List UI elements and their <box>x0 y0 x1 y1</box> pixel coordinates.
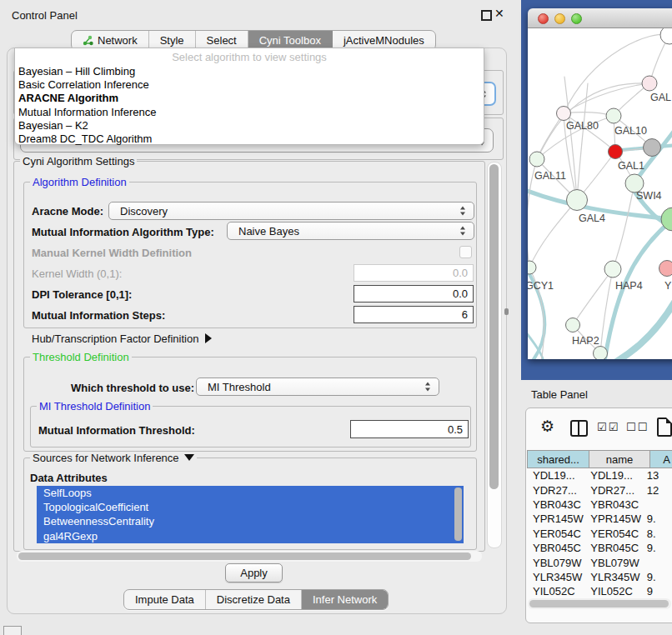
table-row[interactable]: YIL052CYIL052C9 <box>527 584 672 598</box>
attributes-scrollbar-thumb[interactable] <box>454 488 462 541</box>
close-window-icon[interactable] <box>538 13 549 24</box>
close-panel-icon[interactable]: ✕ <box>494 7 504 20</box>
network-edge[interactable] <box>564 83 649 113</box>
network-node[interactable] <box>642 76 657 91</box>
table-row[interactable]: YBR043CYBR043C <box>527 498 672 512</box>
table-cell: YBR043C <box>527 498 584 511</box>
table-row[interactable]: YBL079WYBL079W <box>527 555 672 569</box>
table-cell: YLR345W <box>584 571 640 583</box>
algorithm-option[interactable]: Bayesian – K2 <box>15 119 484 132</box>
network-node-label: HAP4 <box>615 280 643 292</box>
grid-corner-icon[interactable] <box>3 626 22 635</box>
gear-icon[interactable]: ⚙ <box>540 417 554 436</box>
table-panel-title: Table Panel <box>531 388 588 401</box>
hub-section-toggle[interactable]: Hub/Transcription Factor Definition <box>32 332 212 345</box>
attribute-item[interactable]: TopologicalCoefficient <box>37 500 464 514</box>
network-node[interactable] <box>644 139 661 157</box>
settings-scrollbar-thumb[interactable] <box>489 164 499 489</box>
column-header-third[interactable]: A <box>650 450 672 468</box>
network-node[interactable] <box>609 145 623 159</box>
network-node[interactable] <box>528 261 536 274</box>
network-node[interactable] <box>604 261 621 278</box>
export-table-icon[interactable] <box>657 418 672 437</box>
attribute-item[interactable]: SelfLoops <box>37 486 464 500</box>
network-node[interactable] <box>606 108 621 123</box>
sources-legend[interactable]: Sources for Network Inference <box>30 452 197 463</box>
network-view-window[interactable]: GALGAL80GAL10GAL1GAL11SWI4GAL4GCY1HAP4YH… <box>528 8 672 359</box>
mi-threshold-legend: MI Threshold Definition <box>37 401 153 412</box>
table-cell: YBR043C <box>584 498 640 511</box>
table-row[interactable]: YPR145WYPR145W9. <box>527 512 672 526</box>
table-cell: YER054C <box>527 528 584 540</box>
algorithm-option[interactable]: ARACNE Algorithm <box>15 92 484 105</box>
network-edge[interactable] <box>529 200 577 268</box>
table-body[interactable]: YDL19...YDL19...13YDR27...YDR27...12YBR0… <box>527 468 672 598</box>
network-node[interactable] <box>594 347 608 360</box>
network-canvas[interactable]: GALGAL80GAL10GAL1GAL11SWI4GAL4GCY1HAP4YH… <box>528 28 672 359</box>
column-header-name[interactable]: name <box>589 450 650 468</box>
table-cell: YBR045C <box>584 542 640 554</box>
network-node[interactable] <box>566 318 580 332</box>
table-row[interactable]: YLR345WYLR345W9. <box>527 570 672 584</box>
table-cell: YIL052C <box>584 585 640 598</box>
tab-infer-network[interactable]: Infer Network <box>302 590 388 609</box>
network-node-label: GAL4 <box>579 212 605 224</box>
table-cell: YBL079W <box>527 557 584 569</box>
network-node[interactable] <box>660 28 672 44</box>
attribute-item[interactable]: gal4RGexp <box>37 529 464 543</box>
dpi-tolerance-input[interactable]: 0.0 <box>354 285 474 302</box>
network-window-titlebar[interactable] <box>528 8 672 28</box>
algorithm-option[interactable]: Bayesian – Hill Climbing <box>15 65 484 78</box>
network-node[interactable] <box>557 107 571 121</box>
table-cell: YPR145W <box>527 512 584 525</box>
hide-columns-icon[interactable]: ☐☐ <box>626 421 649 433</box>
zoom-window-icon[interactable] <box>571 13 582 24</box>
data-attributes-label: Data Attributes <box>30 472 108 484</box>
minimize-window-icon[interactable] <box>554 13 565 24</box>
columns-icon[interactable] <box>570 420 588 437</box>
algorithm-option[interactable]: Mutual Information Inference <box>15 106 484 119</box>
network-node-label: GAL80 <box>566 120 599 132</box>
table-row[interactable]: YDL19...YDL19...13 <box>527 468 672 482</box>
stepper-icon <box>425 382 431 392</box>
show-columns-icon[interactable]: ☑☑ <box>597 421 619 433</box>
network-node-label: GAL10 <box>614 125 647 137</box>
which-threshold-combo[interactable]: MI Threshold <box>196 378 439 396</box>
network-node[interactable] <box>567 190 588 211</box>
column-header-shared-name[interactable]: shared... <box>527 450 589 468</box>
table-row[interactable]: YBR045CYBR045C9. <box>527 541 672 555</box>
algorithm-option[interactable]: Basic Correlation Inference <box>15 78 484 92</box>
network-edge[interactable] <box>613 183 634 269</box>
panel-splitter-handle[interactable] <box>504 308 509 315</box>
mi-threshold-input[interactable]: 0.5 <box>350 420 469 438</box>
network-edge[interactable] <box>573 269 613 325</box>
float-panel-icon[interactable] <box>481 10 492 21</box>
table-row[interactable]: YDR27...YDR27...12 <box>527 482 672 497</box>
network-node[interactable] <box>529 152 544 167</box>
table-cell: YBR045C <box>527 542 584 554</box>
table-hscrollbar-thumb[interactable] <box>529 600 669 608</box>
network-node-label: HAP2 <box>572 335 599 347</box>
aracne-mode-combo[interactable]: Discovery <box>108 202 474 220</box>
algorithm-option[interactable]: Dream8 DC_TDC Algorithm <box>15 132 484 146</box>
apply-button[interactable]: Apply <box>225 563 283 582</box>
attribute-item[interactable]: BetweennessCentrality <box>37 514 464 528</box>
table-cell: 9. <box>641 542 672 554</box>
data-attributes-list[interactable]: SelfLoopsTopologicalCoefficientBetweenne… <box>37 486 464 543</box>
mi-steps-label: Mutual Information Steps: <box>32 309 165 322</box>
network-graph: GALGAL80GAL10GAL1GAL11SWI4GAL4GCY1HAP4YH… <box>528 28 672 359</box>
tab-impute-data[interactable]: Impute Data <box>124 590 206 609</box>
tab-discretize-data[interactable]: Discretize Data <box>206 590 302 609</box>
settings-hscrollbar-thumb[interactable] <box>18 552 471 560</box>
kernel-width-input[interactable]: 0.0 <box>354 264 474 282</box>
network-node[interactable] <box>659 261 672 277</box>
mi-algorithm-type-combo[interactable]: Naive Bayes <box>227 222 474 240</box>
algorithm-definition-legend: Algorithm Definition <box>30 177 129 188</box>
algorithm-dropdown-list: Select algorithm to view settings Bayesi… <box>14 48 484 145</box>
network-edge[interactable] <box>564 77 577 200</box>
table-cell: YIL052C <box>527 585 584 598</box>
mi-steps-input[interactable]: 6 <box>354 306 474 323</box>
manual-kernel-checkbox[interactable] <box>459 246 472 258</box>
network-node-label: GAL1 <box>618 160 644 172</box>
table-row[interactable]: YER054CYER054C8. <box>527 527 672 541</box>
